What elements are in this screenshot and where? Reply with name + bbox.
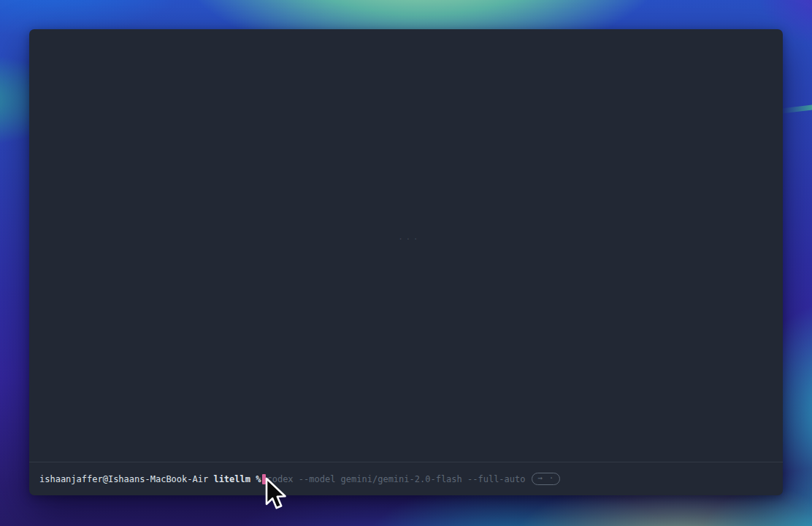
command-input-line[interactable]: ishaanjaffer@Ishaans-MacBook-Air litellm… [29,462,783,495]
prompt-symbol: % [256,474,261,484]
prompt-user-host: ishaanjaffer@Ishaans-MacBook-Air [39,474,208,484]
prompt-directory: litellm [213,474,250,484]
prompt-space [250,474,256,484]
terminal-output-area[interactable]: ··· [29,29,783,462]
text-cursor [262,474,266,484]
accept-suggestion-hint-badge: → · [532,473,560,485]
terminal-window[interactable]: ··· ishaanjaffer@Ishaans-MacBook-Air lit… [29,29,783,495]
prompt-space [208,474,213,484]
loading-ellipsis: ··· [398,234,421,244]
command-suggestion: codex --model gemini/gemini-2.0-flash --… [267,474,525,484]
wallpaper-teal-streak [781,104,812,113]
